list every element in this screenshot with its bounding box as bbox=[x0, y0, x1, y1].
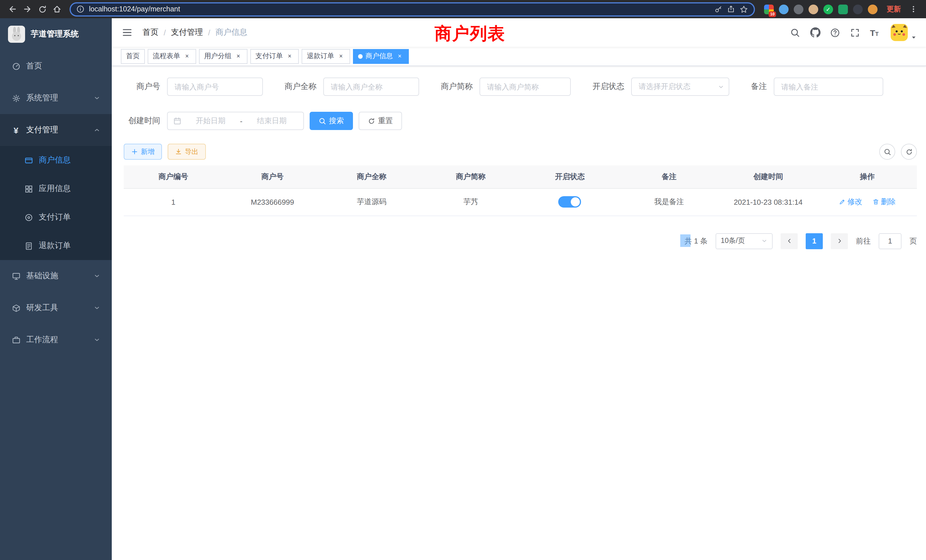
toggle-search-button[interactable] bbox=[879, 144, 895, 160]
reload-icon[interactable] bbox=[35, 2, 49, 16]
chevron-down-icon bbox=[94, 304, 100, 311]
sidebar-item-devtools[interactable]: 研发工具 bbox=[0, 292, 112, 324]
yen-icon: ¥ bbox=[11, 126, 21, 134]
status-toggle[interactable] bbox=[558, 196, 581, 207]
column-merchant-no: 商户号 bbox=[223, 165, 322, 188]
extension-dark-icon[interactable] bbox=[853, 4, 863, 14]
browser-update-button[interactable]: 更新 bbox=[887, 4, 901, 14]
delete-button[interactable]: 删除 bbox=[872, 197, 896, 207]
extension-orange-icon[interactable] bbox=[868, 4, 878, 14]
full-name-input[interactable] bbox=[323, 77, 419, 96]
export-button[interactable]: 导出 bbox=[168, 144, 206, 160]
page-number-button[interactable]: 1 bbox=[806, 233, 823, 249]
table-row: 1 M233666999 芋道源码 芋艿 我是备注 2021-10-23 08:… bbox=[124, 188, 917, 216]
sidebar-item-infrastructure[interactable]: 基础设施 bbox=[0, 260, 112, 292]
search-button[interactable]: 搜索 bbox=[310, 112, 353, 130]
sidebar-item-payment-order[interactable]: 支付订单 bbox=[0, 203, 112, 232]
extension-blue-icon[interactable] bbox=[779, 4, 788, 14]
next-page-button[interactable] bbox=[831, 233, 848, 249]
share-icon[interactable] bbox=[727, 5, 735, 13]
dashboard-icon bbox=[11, 62, 21, 70]
extension-gray-icon[interactable] bbox=[794, 4, 803, 14]
user-menu[interactable] bbox=[891, 24, 917, 41]
app-title: 芋道管理系统 bbox=[31, 29, 79, 39]
chevron-down-icon bbox=[761, 238, 767, 244]
breadcrumb-payment[interactable]: 支付管理 bbox=[171, 27, 203, 38]
column-remark: 备注 bbox=[619, 165, 719, 188]
tab-home[interactable]: 首页 bbox=[121, 49, 145, 64]
extension-grid-icon[interactable]: 10 bbox=[764, 4, 774, 14]
add-button[interactable]: 新增 bbox=[124, 144, 162, 160]
forward-icon[interactable] bbox=[21, 2, 34, 16]
tab-user-group[interactable]: 用户分组 × bbox=[199, 49, 247, 64]
extension-check-icon[interactable] bbox=[823, 4, 833, 14]
column-status: 开启状态 bbox=[520, 165, 619, 188]
back-icon[interactable] bbox=[6, 2, 20, 16]
sidebar-item-label: 系统管理 bbox=[26, 93, 58, 103]
address-bar[interactable]: localhost:1024/pay/merchant bbox=[70, 2, 755, 16]
reset-button-label: 重置 bbox=[378, 116, 393, 126]
merchant-no-input[interactable] bbox=[167, 77, 263, 96]
edit-button[interactable]: 修改 bbox=[839, 197, 862, 207]
avatar[interactable] bbox=[891, 24, 908, 41]
sidebar-item-workflow[interactable]: 工作流程 bbox=[0, 324, 112, 356]
page-size-select[interactable]: 10条/页 bbox=[716, 233, 773, 249]
home-icon[interactable] bbox=[50, 2, 64, 16]
password-key-icon[interactable] bbox=[714, 5, 722, 13]
breadcrumb-separator: / bbox=[208, 28, 210, 37]
toolbar-right bbox=[879, 144, 917, 160]
close-icon[interactable]: × bbox=[337, 52, 345, 60]
close-icon[interactable]: × bbox=[235, 52, 242, 60]
sidebar-item-merchant-info[interactable]: 商户信息 bbox=[0, 146, 112, 174]
github-icon[interactable] bbox=[810, 27, 820, 38]
sidebar-item-payment[interactable]: ¥ 支付管理 bbox=[0, 114, 112, 146]
sidebar-item-app-info[interactable]: 应用信息 bbox=[0, 174, 112, 203]
extensions-area: 10 bbox=[764, 4, 878, 14]
search-icon[interactable] bbox=[790, 27, 800, 38]
remark-input[interactable] bbox=[774, 77, 883, 96]
sidebar-item-home[interactable]: 首页 bbox=[0, 50, 112, 82]
field-label: 创建时间 bbox=[124, 116, 160, 126]
date-separator: - bbox=[240, 117, 243, 125]
field-remark: 备注 bbox=[751, 77, 883, 96]
monitor-icon bbox=[11, 272, 21, 280]
bookmark-star-icon[interactable] bbox=[740, 5, 748, 14]
refresh-table-button[interactable] bbox=[901, 144, 917, 160]
sidebar-item-system[interactable]: 系统管理 bbox=[0, 82, 112, 114]
short-name-input[interactable] bbox=[480, 77, 571, 96]
site-info-icon[interactable] bbox=[76, 5, 85, 13]
tab-process-form[interactable]: 流程表单 × bbox=[148, 49, 196, 64]
tab-label: 退款订单 bbox=[307, 51, 334, 61]
close-icon[interactable]: × bbox=[183, 52, 191, 60]
document-icon bbox=[24, 242, 33, 250]
sidebar-item-refund-order[interactable]: 退款订单 bbox=[0, 232, 112, 260]
breadcrumb-home[interactable]: 首页 bbox=[142, 27, 159, 38]
extension-avatar-icon[interactable] bbox=[808, 4, 818, 14]
cell-actions: 修改 删除 bbox=[818, 188, 917, 216]
search-button-label: 搜索 bbox=[329, 116, 344, 126]
browser-menu-icon[interactable] bbox=[906, 2, 920, 16]
column-full-name: 商户全称 bbox=[322, 165, 421, 188]
status-select[interactable]: 请选择开启状态 bbox=[631, 77, 729, 96]
prev-page-button[interactable] bbox=[781, 233, 798, 249]
cell-remark: 我是备注 bbox=[619, 188, 719, 216]
help-icon[interactable] bbox=[830, 27, 840, 38]
tab-refund-order[interactable]: 退款订单 × bbox=[302, 49, 350, 64]
merchant-table: 商户编号 商户号 商户全称 商户简称 开启状态 备注 创建时间 操作 1 M23… bbox=[124, 165, 917, 216]
goto-page-input[interactable] bbox=[879, 233, 902, 249]
date-range-picker[interactable]: 开始日期 - 结束日期 bbox=[167, 112, 304, 130]
fullscreen-icon[interactable] bbox=[850, 27, 860, 38]
close-icon[interactable]: × bbox=[286, 52, 294, 60]
breadcrumb-separator: / bbox=[163, 28, 166, 37]
hamburger-icon[interactable] bbox=[121, 26, 133, 39]
extension-badge: 10 bbox=[769, 11, 776, 17]
cell-merchant-id: 1 bbox=[124, 188, 223, 216]
field-short-name: 商户简称 bbox=[441, 77, 571, 96]
extension-green-square-icon[interactable] bbox=[838, 4, 848, 14]
tab-payment-order[interactable]: 支付订单 × bbox=[250, 49, 299, 64]
app-logo[interactable]: 芋道管理系统 bbox=[0, 18, 112, 50]
close-icon[interactable]: × bbox=[396, 52, 404, 60]
reset-button[interactable]: 重置 bbox=[359, 112, 402, 130]
font-size-icon[interactable]: TT bbox=[870, 28, 879, 37]
tab-merchant-info[interactable]: 商户信息 × bbox=[353, 49, 409, 64]
